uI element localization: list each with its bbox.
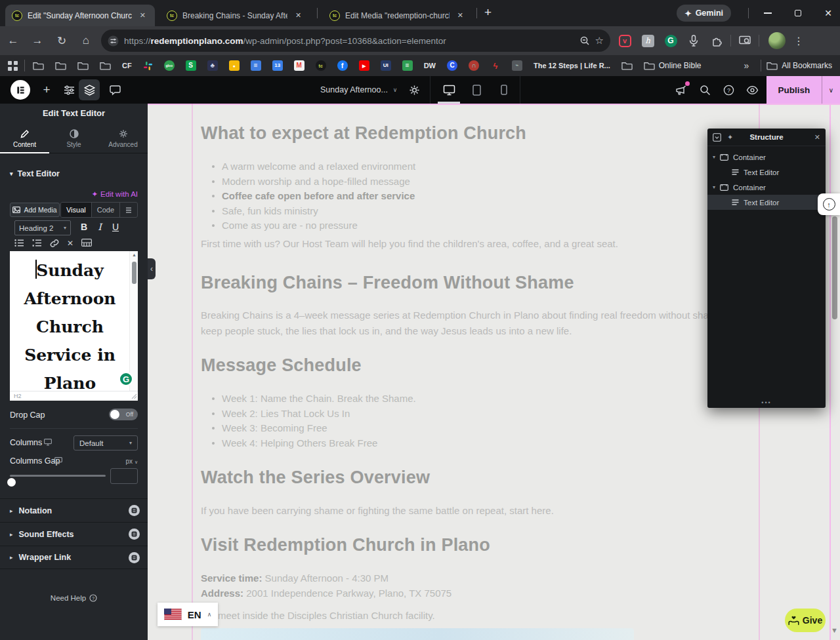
editor-content[interactable]: Sunday Afternoon Church Service in Plano bbox=[12, 256, 127, 391]
format-select[interactable]: Heading 2 ▾ bbox=[14, 220, 71, 235]
scroll-up-icon[interactable]: ▲ bbox=[130, 252, 138, 257]
responsive-monitor-icon[interactable] bbox=[44, 439, 52, 446]
bookmark-site-icon[interactable]: tc bbox=[316, 60, 326, 71]
edit-with-ai-button[interactable]: ✦ Edit with AI bbox=[91, 190, 138, 199]
bookmarks-overflow-icon[interactable]: » bbox=[744, 60, 749, 71]
panel-collapse-handle[interactable]: ‹ bbox=[148, 258, 156, 279]
bookmark-site-icon[interactable]: f bbox=[337, 60, 348, 71]
bookmark-slack-icon[interactable] bbox=[143, 61, 153, 71]
section-notation[interactable]: ▸ Notation bbox=[0, 498, 148, 522]
toolbar-toggle-button[interactable] bbox=[81, 239, 92, 248]
canvas-scroll-down-icon[interactable]: ▼ bbox=[831, 626, 838, 634]
text-editor-textarea[interactable]: Sunday Afternoon Church Service in Plano… bbox=[10, 251, 138, 391]
finder-search-icon[interactable] bbox=[694, 76, 715, 104]
bookmark-text[interactable]: The 12 Steps | Life R... bbox=[534, 62, 610, 70]
grammarly-badge[interactable]: G bbox=[119, 372, 133, 386]
structure-panel-button[interactable] bbox=[79, 79, 100, 100]
window-maximize-button[interactable] bbox=[784, 0, 812, 26]
bookmark-site-icon[interactable]: gloo bbox=[164, 60, 175, 71]
browser-menu-icon[interactable]: ⋮ bbox=[788, 30, 810, 52]
structure-close-icon[interactable]: ✕ bbox=[814, 133, 820, 142]
bookmark-site-icon[interactable]: ● bbox=[229, 60, 240, 71]
elementor-menu-button[interactable] bbox=[9, 76, 32, 104]
caret-down-icon[interactable]: ▾ bbox=[713, 154, 715, 160]
structure-row-text-editor[interactable]: Text Editor bbox=[707, 195, 826, 210]
link-button[interactable] bbox=[50, 239, 59, 248]
structure-more-dots[interactable]: ••• bbox=[707, 399, 826, 406]
bookmark-folder[interactable] bbox=[621, 61, 633, 70]
profile-avatar[interactable] bbox=[768, 32, 786, 49]
all-bookmarks-button[interactable]: All Bookmarks bbox=[766, 61, 832, 70]
device-tablet-button[interactable] bbox=[465, 76, 488, 104]
unit-selector[interactable]: px ∨ bbox=[126, 458, 138, 465]
bookmark-site-icon[interactable]: ▶ bbox=[359, 60, 369, 71]
bookmark-folder[interactable] bbox=[33, 61, 44, 70]
structure-row-container[interactable]: ▾Container bbox=[707, 150, 826, 165]
device-mobile-button[interactable] bbox=[492, 76, 516, 104]
home-button[interactable]: ⌂ bbox=[75, 30, 97, 52]
new-tab-button[interactable]: + bbox=[484, 5, 492, 20]
visual-tab[interactable]: Visual bbox=[61, 203, 91, 217]
bookmark-folder-labeled[interactable]: Online Bible bbox=[644, 61, 702, 70]
bookmark-site-icon[interactable]: ♣ bbox=[207, 60, 218, 71]
bookmark-folder[interactable] bbox=[100, 61, 111, 70]
tab-style[interactable]: Style bbox=[49, 125, 98, 153]
window-close-button[interactable]: ✕ bbox=[814, 0, 840, 26]
close-format-button[interactable]: ✕ bbox=[67, 239, 74, 248]
bookmark-star-icon[interactable]: ☆ bbox=[595, 35, 604, 47]
reload-button[interactable]: ↻ bbox=[51, 30, 73, 52]
need-help-link[interactable]: Need Help ? bbox=[0, 594, 148, 602]
bookmark-site-icon[interactable]: S bbox=[186, 60, 196, 71]
caret-down-icon[interactable]: ▾ bbox=[713, 184, 715, 190]
underline-button[interactable]: U bbox=[109, 222, 122, 232]
address-bar[interactable]: https://redemptionplano.com/wp-admin/pos… bbox=[101, 30, 610, 52]
gemini-button[interactable]: ✦ Gemini bbox=[677, 5, 731, 22]
apps-grid-icon[interactable] bbox=[8, 61, 18, 71]
editor-menu-icon[interactable] bbox=[119, 203, 137, 217]
pocket-extension-icon[interactable]: v bbox=[616, 32, 633, 49]
scroll-to-top-button[interactable]: ↑ bbox=[818, 193, 840, 215]
bookmark-site-icon[interactable]: ϟ bbox=[490, 60, 501, 71]
drop-cap-toggle[interactable]: Off bbox=[109, 409, 138, 420]
structure-row-container[interactable]: ▾Container bbox=[707, 180, 826, 195]
preview-eye-icon[interactable] bbox=[742, 76, 763, 104]
document-settings-gear-icon[interactable] bbox=[406, 76, 423, 104]
add-media-button[interactable]: Add Media bbox=[10, 203, 60, 217]
bookmark-site-icon[interactable]: ≡ bbox=[251, 60, 261, 71]
extensions-puzzle-icon[interactable] bbox=[708, 32, 725, 49]
notes-comment-icon[interactable] bbox=[105, 76, 125, 104]
bookmark-site-icon[interactable]: ≡ bbox=[402, 60, 413, 71]
italic-button[interactable]: I bbox=[93, 222, 106, 232]
canvas-scrollbar-thumb[interactable] bbox=[832, 216, 837, 319]
honey-extension-icon[interactable]: h bbox=[639, 32, 656, 49]
resize-grip-icon[interactable] bbox=[131, 393, 137, 399]
bookmark-site-icon[interactable]: ⌁ bbox=[512, 60, 522, 71]
section-wrapper-link[interactable]: ▸ Wrapper Link bbox=[0, 546, 148, 569]
language-switcher-button[interactable]: EN ∧ bbox=[158, 603, 218, 626]
reading-mode-icon[interactable] bbox=[736, 32, 753, 49]
bookmark-site-icon[interactable]: 13 bbox=[272, 60, 283, 71]
site-settings-icon[interactable] bbox=[59, 76, 79, 104]
bookmark-site-icon[interactable]: C bbox=[447, 60, 457, 71]
microphone-icon[interactable] bbox=[685, 32, 702, 49]
grammarly-extension-icon[interactable]: G bbox=[662, 32, 679, 49]
device-desktop-button[interactable] bbox=[437, 76, 461, 104]
responsive-monitor-icon[interactable] bbox=[54, 457, 62, 464]
window-minimize-button[interactable] bbox=[753, 0, 782, 26]
bookmark-text[interactable]: DW bbox=[424, 62, 436, 70]
columns-select[interactable]: Default ▾ bbox=[74, 435, 138, 450]
tab-close-icon[interactable]: ✕ bbox=[137, 10, 148, 21]
whats-new-megaphone-icon[interactable] bbox=[671, 76, 692, 104]
ai-structure-icon[interactable]: ✦ bbox=[727, 133, 733, 142]
bookmark-text[interactable]: CF bbox=[122, 62, 132, 70]
bookmark-site-icon[interactable]: ∩ bbox=[469, 60, 479, 71]
section-sound-effects[interactable]: ▸ Sound Effects bbox=[0, 522, 148, 546]
browser-tab-3[interactable]: tc Edit Media "redemption-church ✕ bbox=[323, 5, 472, 26]
scrollbar-thumb[interactable] bbox=[132, 262, 136, 284]
publish-options-caret[interactable]: ∨ bbox=[822, 76, 840, 104]
give-button[interactable]: Give bbox=[785, 609, 826, 632]
bookmark-site-icon[interactable]: UI bbox=[381, 60, 391, 71]
gap-value-input[interactable] bbox=[110, 468, 138, 484]
section-text-editor[interactable]: ▾ Text Editor bbox=[10, 169, 60, 178]
back-button[interactable]: ← bbox=[2, 30, 24, 52]
